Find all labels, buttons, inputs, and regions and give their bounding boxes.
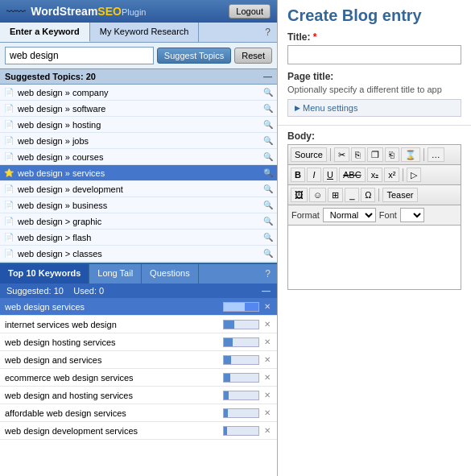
keyword-label: web design hosting services: [5, 337, 223, 347]
keyword-close-icon[interactable]: ✕: [262, 426, 272, 435]
topic-search-icon[interactable]: 🔍: [262, 216, 274, 227]
topic-search-icon[interactable]: 🔍: [262, 103, 274, 114]
play-button[interactable]: ▷: [407, 168, 421, 182]
topic-item[interactable]: 📄web design » hosting🔍: [0, 117, 277, 133]
topic-label: web design > classes: [18, 249, 262, 259]
keyword-bar-container: [223, 320, 259, 329]
keyword-label: affordable web design services: [5, 408, 223, 418]
menu-settings-container: ▶ Menu settings: [287, 99, 461, 117]
keyword-close-icon[interactable]: ✕: [262, 320, 272, 329]
keyword-item[interactable]: affordable web design services✕: [0, 404, 277, 422]
tab-my-research[interactable]: My Keyword Research: [90, 23, 200, 42]
keyword-item[interactable]: web design services✕: [0, 298, 277, 316]
keyword-item[interactable]: ecommerce web design services✕: [0, 369, 277, 387]
suggested-topics-collapse[interactable]: —: [263, 72, 272, 81]
keyword-close-icon[interactable]: ✕: [262, 302, 272, 311]
title-input[interactable]: [287, 45, 461, 64]
topic-item[interactable]: 📄web design » company🔍: [0, 85, 277, 101]
topic-item[interactable]: 📄web design » jobs🔍: [0, 133, 277, 149]
hr-button[interactable]: ⎯: [345, 188, 359, 202]
reset-button[interactable]: Reset: [234, 48, 272, 64]
logo-seo: SEO: [97, 5, 122, 18]
keyword-bar: [224, 409, 228, 417]
italic-button[interactable]: I: [307, 168, 321, 182]
suggest-topics-button[interactable]: Suggest Topics: [157, 48, 231, 64]
font-select[interactable]: [400, 208, 424, 222]
tab-long-tail[interactable]: Long Tail: [89, 264, 142, 284]
strikethrough-button[interactable]: ABC: [339, 168, 366, 182]
body-section: Body: Source ✂ ⎘ ❐ ⎗ ⌛ … B I U ABC x₂ x²…: [278, 126, 471, 476]
page-title-section: Page title: Optionally specify a differe…: [287, 71, 461, 117]
smiley-button[interactable]: ☺: [309, 188, 326, 202]
tab-top10[interactable]: Top 10 Keywords: [0, 264, 89, 284]
separator2: [423, 148, 424, 161]
copy-button[interactable]: ⎘: [351, 147, 366, 162]
suggested-topics-label: Suggested Topics: 20: [5, 72, 96, 81]
keyword-item[interactable]: web design hosting services✕: [0, 333, 277, 351]
keyword-item[interactable]: web design and services✕: [0, 351, 277, 369]
header: 〰〰 WordStreamSEOPlugin Logout: [0, 0, 277, 23]
topic-label: web design » development: [18, 184, 262, 194]
tab-help-icon[interactable]: ?: [258, 23, 277, 42]
topic-label: web design » company: [18, 88, 262, 97]
topic-item[interactable]: 📄web design > flash🔍: [0, 230, 277, 246]
keyword-close-icon[interactable]: ✕: [262, 391, 272, 399]
topic-item[interactable]: ⭐web design » services🔍: [0, 165, 277, 181]
keyword-item[interactable]: internet services web design✕: [0, 316, 277, 333]
subscript-button[interactable]: x₂: [367, 168, 383, 182]
keyword-bar-container: [223, 426, 259, 436]
keyword-tab-help-icon[interactable]: ?: [258, 264, 277, 284]
topic-search-icon[interactable]: 🔍: [262, 87, 274, 98]
keyword-close-icon[interactable]: ✕: [262, 408, 272, 417]
topic-search-icon[interactable]: 🔍: [262, 200, 274, 211]
paste-text-button[interactable]: ⎗: [385, 147, 399, 162]
paste-word-button[interactable]: ⌛: [401, 147, 420, 162]
keyword-close-icon[interactable]: ✕: [262, 373, 272, 382]
keyword-item[interactable]: web design and hosting services✕: [0, 387, 277, 404]
underline-button[interactable]: U: [323, 168, 337, 182]
menu-settings-link[interactable]: ▶ Menu settings: [295, 103, 454, 113]
logo-waves: 〰〰: [6, 6, 26, 18]
topic-item[interactable]: 📄web design » software🔍: [0, 101, 277, 117]
keyword-close-icon[interactable]: ✕: [262, 355, 272, 364]
format-select[interactable]: Normal: [323, 208, 376, 222]
page-title-label: Page title:: [287, 71, 461, 82]
topic-item[interactable]: 📄web design » business🔍: [0, 197, 277, 213]
document-icon: 📄: [3, 216, 14, 227]
suggested-topics-count: 20: [86, 72, 96, 81]
topic-search-icon[interactable]: 🔍: [262, 248, 274, 259]
bold-button[interactable]: B: [291, 168, 305, 182]
topic-search-icon[interactable]: 🔍: [262, 151, 274, 163]
more-button[interactable]: …: [428, 147, 444, 162]
topic-label: web design > flash: [18, 233, 262, 242]
topic-item[interactable]: 📄web design > graphic🔍: [0, 213, 277, 230]
topic-search-icon[interactable]: 🔍: [262, 184, 274, 195]
image-button[interactable]: 🖼: [291, 188, 308, 202]
keyword-close-icon[interactable]: ✕: [262, 337, 272, 346]
source-button[interactable]: Source: [291, 147, 327, 162]
editor-area[interactable]: [287, 226, 461, 290]
topic-item[interactable]: 📄web design » development🔍: [0, 181, 277, 197]
topic-item[interactable]: 📄web design > classes🔍: [0, 246, 277, 262]
topic-search-icon[interactable]: 🔍: [262, 168, 274, 179]
document-icon: 📄: [3, 151, 14, 163]
topic-search-icon[interactable]: 🔍: [262, 135, 274, 147]
cut-button[interactable]: ✂: [334, 147, 349, 162]
topic-search-icon[interactable]: 🔍: [262, 232, 274, 243]
keyword-bar: [224, 338, 233, 346]
teaser-button[interactable]: Teaser: [382, 188, 417, 202]
topic-item[interactable]: 📄web design » courses🔍: [0, 149, 277, 165]
keyword-stats-collapse[interactable]: —: [262, 286, 271, 296]
search-input[interactable]: [5, 47, 154, 64]
tab-questions[interactable]: Questions: [142, 264, 199, 284]
special-button[interactable]: Ω: [361, 188, 375, 202]
tab-enter-keyword[interactable]: Enter a Keyword: [0, 23, 90, 42]
document-icon: 📄: [3, 87, 14, 98]
keyword-item[interactable]: web design development services✕: [0, 422, 277, 440]
table-button[interactable]: ⊞: [328, 188, 343, 202]
keyword-label: web design and hosting services: [5, 391, 223, 400]
superscript-button[interactable]: x²: [384, 168, 399, 182]
logout-button[interactable]: Logout: [229, 4, 271, 19]
paste-button[interactable]: ❐: [367, 147, 383, 162]
topic-search-icon[interactable]: 🔍: [262, 119, 274, 130]
